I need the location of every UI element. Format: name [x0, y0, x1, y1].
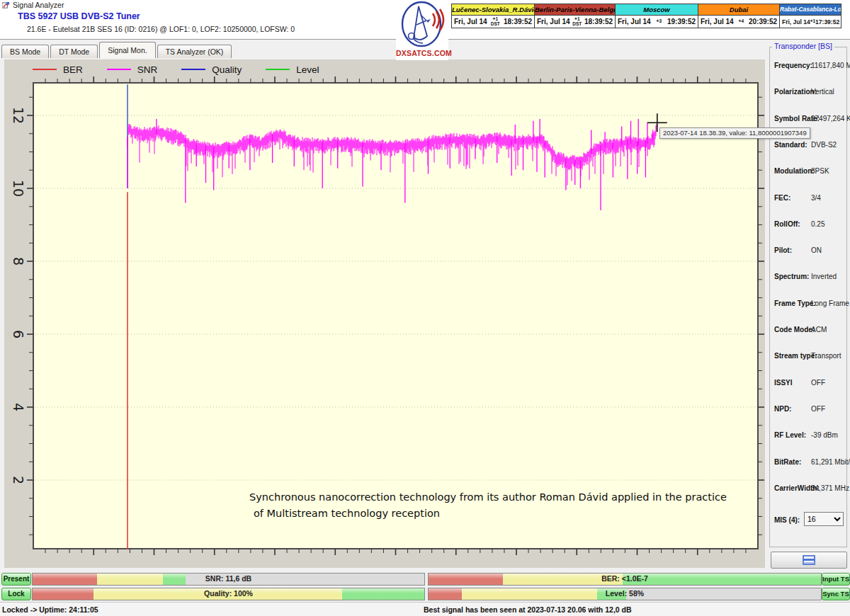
striped-table-icon — [803, 555, 815, 565]
legend-line-ber — [33, 69, 57, 71]
transponder-row-issyi: ISSYIOFF — [774, 379, 845, 387]
clock-time: 18:39:52 — [584, 18, 613, 25]
tuner-subtitle: 21.6E - Eutelsat 21B SES 16 (ID: 0216) @… — [27, 25, 295, 33]
clock-3: MoscowFri, Jul 14+319:39:52 — [616, 4, 698, 28]
svg-text:10: 10 — [11, 180, 26, 197]
transponder-group-title: Transponder [BS] — [772, 42, 834, 50]
clock-utc-offset: +3 — [651, 19, 667, 24]
clock-city: Berlin-Paris-Vienna-Belgrade — [535, 4, 615, 16]
indicator-bar-ber: BER: <1.0E-7 — [428, 573, 822, 586]
legend-label-ber: BER — [63, 64, 83, 75]
transponder-row-code-mode: Code Mode:ACM — [774, 326, 845, 333]
tab-dt-mode[interactable]: DT Mode — [50, 45, 98, 58]
clock-time: 20:39:52 — [749, 18, 777, 25]
logo-text: DXSATCS.COM — [396, 49, 448, 57]
statusbar-best-signal: Best signal has been seen at 2023-07-13 … — [424, 605, 632, 614]
indicator-bar-ber-label: BER: <1.0E-7 — [429, 574, 821, 583]
tab-bs-mode[interactable]: BS Mode — [1, 45, 49, 58]
transponder-row-standard: Standard:DVB-S2 — [774, 141, 845, 149]
device-title: TBS 5927 USB DVB-S2 Tuner — [18, 11, 140, 21]
indicator-bar-quality-label: Quality: 100% — [33, 589, 424, 598]
clock-city: Moscow — [616, 4, 698, 16]
annotation-line-1: Synchronous nanocorrection technology fr… — [249, 491, 727, 503]
transponder-row-spectrum: Spectrum:Inverted — [774, 273, 845, 280]
legend-label-level: Level — [296, 64, 319, 75]
transponder-row-polarization: Polarization:Vertical — [774, 88, 845, 96]
indicator-bar-snr: SNR: 11,6 dB — [32, 573, 425, 586]
tab-signal-mon[interactable]: Signal Mon. — [99, 42, 155, 58]
clock-date: Fri, Jul 14 — [454, 18, 487, 25]
annotation-line-2: of Multistream technology reception — [254, 508, 440, 519]
transponder-row-npd: NPD:OFF — [774, 405, 845, 413]
app-icon — [2, 1, 10, 9]
mode-tabs: BS ModeDT ModeSignal Mon.TS Analyzer (OK… — [1, 42, 233, 58]
input-ts-button[interactable]: Input TS — [822, 573, 850, 586]
lock-button[interactable]: Lock — [1, 588, 31, 600]
indicator-bar-quality: Quality: 100% — [32, 588, 425, 600]
clock-utc-offset: +4 — [734, 19, 749, 24]
clock-date: Fri, Jul 14 — [618, 18, 651, 25]
svg-text:4: 4 — [11, 403, 26, 411]
panel-action-button[interactable] — [771, 552, 847, 569]
clock-city: Lučenec-Slovakia_R.Dávid — [452, 4, 534, 16]
legend-label-snr: SNR — [137, 64, 158, 75]
clock-date: Fri, Jul 14 — [537, 18, 570, 25]
clock-utc-offset: +1 — [810, 19, 815, 24]
clock-time: 19:39:52 — [667, 18, 696, 25]
legend-line-level — [266, 69, 290, 71]
clock-date: Fri, Jul 14 — [782, 18, 810, 25]
transponder-row-frame-type: Frame Type:Long Frame — [774, 300, 845, 307]
satellite-dish-icon — [397, 1, 447, 47]
window-titlebar: Signal Analyzer — [2, 1, 64, 9]
transponder-row-modulation: Modulation:8PSK — [774, 167, 845, 175]
transponder-row-fec: FEC:3/4 — [774, 194, 845, 202]
clock-2: Berlin-Paris-Vienna-BelgradeFri, Jul 14+… — [535, 4, 616, 28]
clock-4: DubaiFri, Jul 14+420:39:52 — [698, 4, 780, 28]
sync-ts-button[interactable]: Sync TS — [822, 588, 850, 600]
transponder-row-rolloff: RollOff:0.25 — [774, 220, 845, 228]
transponder-row-bitrate: BitRate:61,291 Mbit/s — [774, 458, 845, 466]
transponder-row-carrierwidth: CarrierWidth:34,371 MHz — [774, 484, 845, 492]
clock-city: Rabat-Casablanca-London — [780, 4, 841, 16]
legend-line-snr — [107, 69, 131, 71]
transponder-panel: Transponder [BS] Frequency:11617,840 MHz… — [766, 40, 850, 570]
transponder-group-box: Frequency:11617,840 MHzPolarization:Vert… — [769, 47, 847, 547]
world-clocks: Lučenec-Slovakia_R.DávidFri, Jul 14+1DST… — [451, 4, 842, 28]
indicator-bar-level-label: Level: 58% — [429, 589, 821, 598]
indicator-bar-level: Level: 58% — [428, 588, 822, 600]
tab-ts-analyzer-ok[interactable]: TS Analyzer (OK) — [157, 45, 232, 58]
transponder-row-symbol-rate: Symbol Rate:27497,264 KS/s — [774, 115, 845, 122]
svg-text:2: 2 — [11, 476, 26, 484]
transponder-row-frequency: Frequency:11617,840 MHz — [774, 62, 845, 69]
window-title: Signal Analyzer — [13, 1, 64, 9]
transponder-row-stream-type: Stream type:Transport — [774, 352, 845, 360]
transponder-row-rf-level: RF Level:-39 dBm — [774, 431, 845, 439]
transponder-row-pilot: Pilot:ON — [774, 246, 845, 254]
clock-time: 17:39:52 — [815, 18, 839, 25]
clock-utc-offset: +1DST — [487, 17, 504, 26]
svg-text:6: 6 — [11, 330, 26, 338]
status-bar: Locked -> Uptime: 24:11:05 Best signal h… — [0, 602, 850, 616]
legend-line-quality — [181, 69, 205, 71]
signal-chart-widget: BERSNRQualityLevel 12108642 Synchronous … — [4, 59, 765, 568]
legend-label-quality: Quality — [212, 64, 242, 75]
clock-time: 18:39:52 — [504, 18, 532, 25]
svg-text:12: 12 — [11, 107, 26, 124]
chart-legend: BERSNRQualityLevel — [33, 62, 344, 77]
clock-utc-offset: +1DST — [570, 17, 584, 26]
present-button[interactable]: Present — [1, 573, 31, 586]
indicator-bar-snr-label: SNR: 11,6 dB — [33, 574, 424, 583]
dxsatcs-logo: DXSATCS.COM — [396, 1, 448, 60]
svg-text:8: 8 — [11, 257, 26, 266]
clock-city: Dubai — [698, 4, 779, 16]
clock-date: Fri, Jul 14 — [701, 18, 734, 25]
mis-select[interactable]: 16 — [804, 512, 844, 526]
clock-5: Rabat-Casablanca-LondonFri, Jul 14+117:3… — [780, 4, 842, 28]
chart-tooltip: 2023-07-14 18.38.39, value: 11,800000190… — [659, 127, 810, 139]
clock-1: Lučenec-Slovakia_R.DávidFri, Jul 14+1DST… — [451, 4, 535, 28]
statusbar-lock-uptime: Locked -> Uptime: 24:11:05 — [2, 605, 98, 614]
